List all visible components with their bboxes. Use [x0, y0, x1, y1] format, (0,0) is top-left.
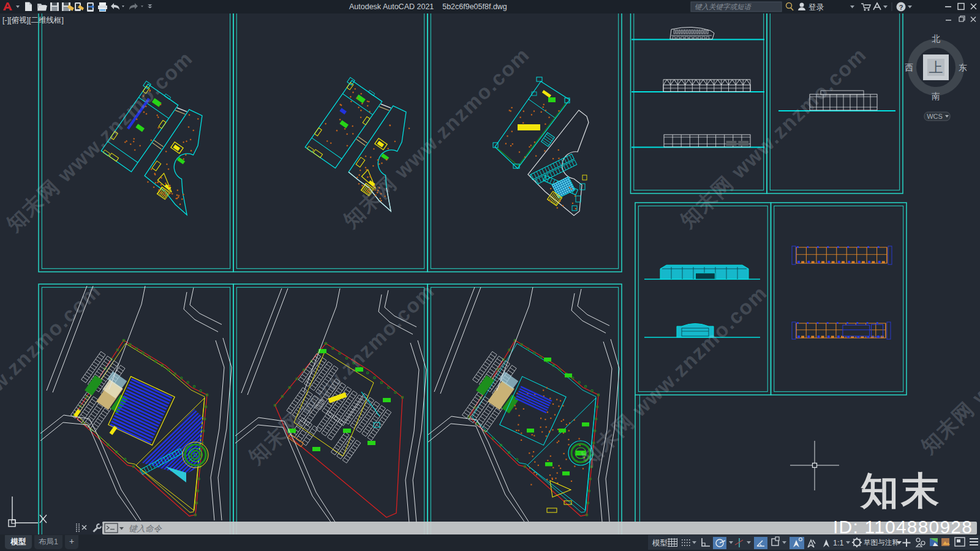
- svg-text:草图与注释: 草图与注释: [864, 539, 899, 546]
- svg-text:1:1: 1:1: [833, 539, 843, 547]
- svg-text:模型: 模型: [652, 539, 668, 547]
